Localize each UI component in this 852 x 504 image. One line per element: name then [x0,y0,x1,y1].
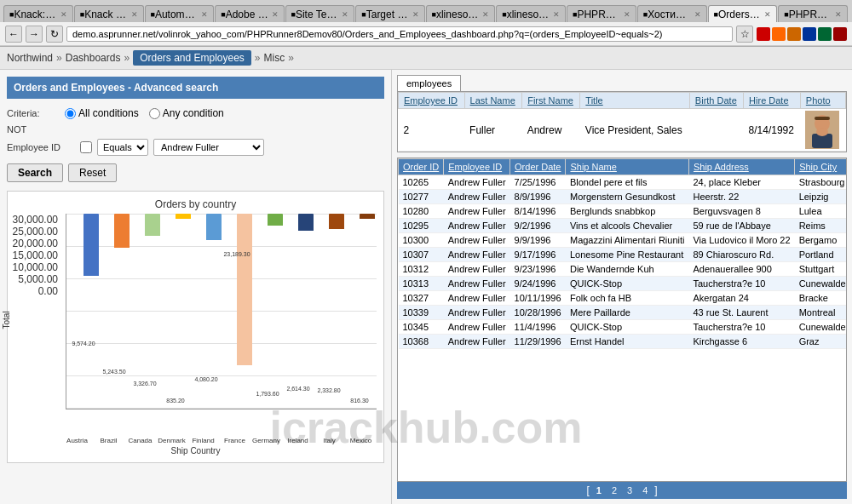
forward-button[interactable]: → [26,26,43,43]
breadcrumb-dashboards[interactable]: Dashboards [66,52,121,64]
bar-brazil: 5,243.50 [99,214,130,409]
x-label-brazil: Brazil [93,437,124,444]
order-cell-5-4: 89 Chiaroscuro Rd. [688,248,794,262]
bar-austria: 9,574.20 [68,214,99,409]
breadcrumb-northwind[interactable]: Northwind [7,52,53,64]
ord-col-date[interactable]: Order Date [510,159,566,175]
order-cell-3-5: Reims [795,219,847,233]
order-cell-0-5: Strasbourg [795,175,847,190]
filter-not-checkbox[interactable] [80,141,92,153]
order-cell-8-3: Folk och fa HB [566,291,689,306]
emp-col-firstname[interactable]: First Name [522,93,580,109]
tab-5[interactable]: ■ Site Templa... ✕ [285,5,355,22]
tab-10[interactable]: ■ Хостинг: пр... ✕ [637,5,707,22]
bar-rect-finland [206,214,222,240]
tab-6[interactable]: ■ Target - Re... ✕ [355,5,424,22]
page-2[interactable]: 2 [608,484,620,496]
order-cell-10-4: Taucherstra?e 10 [688,320,794,335]
emp-col-lastname[interactable]: Last Name [464,93,522,109]
ord-col-emp[interactable]: Employee ID [444,159,510,175]
order-cell-7-4: Taucherstra?e 10 [688,277,794,291]
emp-col-title[interactable]: Title [580,93,690,109]
bar-label-austria: 9,574.20 [72,341,95,346]
tab-4[interactable]: ■ Adobe Pho... ✕ [215,5,284,22]
back-button[interactable]: ← [5,26,22,43]
bar-rect-italy [329,214,344,229]
order-cell-2-5: Lulea [795,204,847,219]
bar-italy: 2,332.80 [314,214,344,409]
bar-label-finland: 4,080.20 [194,376,217,382]
search-button[interactable]: Search [7,163,63,182]
page-3[interactable]: 3 [624,484,636,496]
breadcrumb-misc[interactable]: Misc [264,52,285,64]
all-conditions-option[interactable]: All conditions [65,107,139,119]
employees-tab[interactable]: employees [397,75,461,91]
tab-11[interactable]: ■ Orders and E ✕ [708,5,778,22]
emp-last: Fuller [464,109,522,152]
tab-3[interactable]: ■ Automate th... ✕ [145,5,215,22]
page-1[interactable]: 1 [593,484,605,496]
bar-label-denmark: 835.20 [166,398,184,404]
order-cell-6-3: Die Wandernde Kuh [566,262,689,277]
any-condition-option[interactable]: Any condition [149,107,224,119]
order-cell-4-3: Magazzini Alimentari Riuniti [566,233,689,248]
pagination: [ 1 2 3 4 ] [397,482,847,499]
order-cell-2-4: Berguvsvagen 8 [688,204,794,219]
order-cell-0-4: 24, place Kleber [688,175,794,190]
bar-rect-ireland [298,214,314,231]
pagination-brackets-open: [ [586,484,589,496]
emp-col-birth[interactable]: Birth Date [689,93,743,109]
address-bar[interactable] [66,26,733,42]
order-cell-10-3: QUICK-Stop [566,320,689,335]
order-cell-5-0: 10307 [399,248,444,262]
ord-col-ship[interactable]: Ship Name [566,159,689,175]
order-cell-4-1: Andrew Fuller [444,233,510,248]
page-4[interactable]: 4 [639,484,651,496]
orders-table-wrapper: Order ID Employee ID Order Date Ship Nam… [397,158,847,482]
order-row-0: 10265Andrew Fuller7/25/1996Blondel pere … [399,175,848,190]
bookmark-button[interactable]: ☆ [736,26,753,43]
search-panel-header: Orders and Employees - Advanced search [7,77,384,99]
emp-col-hire[interactable]: Hire Date [744,93,801,109]
filter-value-select[interactable]: Andrew Fuller [153,139,264,156]
app-wrapper: Northwind » Dashboards » Orders and Empl… [0,47,852,504]
emp-col-photo[interactable]: Photo [800,93,845,109]
tab-12[interactable]: ■ PHPRunner... ✕ [778,5,848,22]
pagination-brackets-close: ] [654,484,657,496]
orders-section: Order ID Employee ID Order Date Ship Nam… [397,158,847,499]
orders-table: Order ID Employee ID Order Date Ship Nam… [398,158,847,349]
order-cell-9-4: 43 rue St. Laurent [688,306,794,320]
order-cell-1-3: Morgenstern Gesundkost [566,190,689,204]
x-label-italy: Italy [314,437,345,444]
order-cell-11-0: 10368 [399,335,444,349]
order-cell-7-1: Andrew Fuller [444,277,510,291]
svg-point-3 [816,128,828,136]
addon-icon-5 [818,27,832,41]
criteria-row: Criteria: All conditions Any condition [7,104,384,123]
all-conditions-radio[interactable] [65,108,76,119]
order-cell-11-2: 11/29/1996 [510,335,566,349]
order-cell-10-0: 10345 [399,320,444,335]
order-cell-0-0: 10265 [399,175,444,190]
x-labels: AustriaBrazilCanadaDenmarkFinlandFranceG… [14,435,377,444]
any-condition-radio[interactable] [149,108,160,119]
emp-col-id[interactable]: Employee ID [399,93,465,109]
breadcrumb-current[interactable]: Orders and Employees [133,50,251,66]
reload-button[interactable]: ↻ [46,26,63,43]
reset-button[interactable]: Reset [68,163,117,182]
ord-col-id[interactable]: Order ID [399,159,444,175]
tab-8[interactable]: ■ xlinesoft.co... ✕ [496,5,566,22]
filter-operator-select[interactable]: Equals [97,139,148,156]
order-cell-0-1: Andrew Fuller [444,175,510,190]
tab-7[interactable]: ■ xlinesoft.co... ✕ [426,5,496,22]
order-row-7: 10313Andrew Fuller9/24/1996QUICK-StopTau… [399,277,848,291]
tab-2[interactable]: ■ Knack Blog... ✕ [74,5,144,22]
ord-col-city[interactable]: Ship City [795,159,847,175]
order-row-1: 10277Andrew Fuller8/9/1996Morgenstern Ge… [399,190,848,204]
tab-9[interactable]: ■ PHPRunner... ✕ [567,5,636,22]
employees-section: employees Employee ID Last Name First Na… [397,75,847,152]
order-row-9: 10339Andrew Fuller10/28/1996Mere Paillar… [399,306,848,320]
emp-hire: 8/14/1992 [744,109,801,152]
ord-col-addr[interactable]: Ship Address [688,159,794,175]
tab-1[interactable]: ■ Knack: easy... ✕ [3,5,73,22]
